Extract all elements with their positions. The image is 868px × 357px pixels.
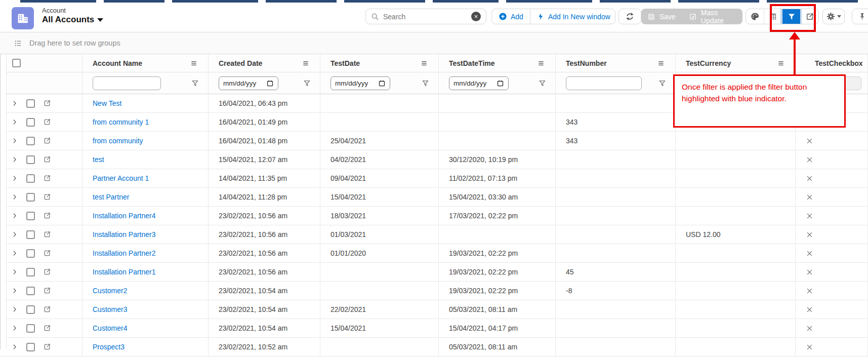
account-name-link[interactable]: Installation Partner3 bbox=[93, 230, 156, 239]
row-expand-button[interactable] bbox=[11, 325, 18, 332]
row-open-record-button[interactable] bbox=[43, 99, 51, 107]
row-checkbox[interactable] bbox=[26, 212, 35, 220]
floating-filter-button[interactable] bbox=[539, 80, 546, 87]
chevron-right-icon[interactable] bbox=[11, 268, 18, 275]
account-name-link[interactable]: from community bbox=[93, 137, 143, 145]
chevron-right-icon[interactable] bbox=[11, 193, 18, 201]
row-expand-button[interactable] bbox=[11, 343, 18, 350]
mass-update-button[interactable]: Mass Update bbox=[689, 9, 742, 25]
date-filter-input[interactable]: mm/dd/yyy bbox=[449, 76, 509, 90]
calendar-icon[interactable] bbox=[497, 80, 504, 87]
row-open-record-button[interactable] bbox=[43, 193, 51, 201]
column-menu-button[interactable] bbox=[302, 59, 310, 67]
chevron-right-icon[interactable] bbox=[11, 306, 18, 313]
external-link-icon[interactable] bbox=[43, 99, 51, 107]
row-expand-button[interactable] bbox=[11, 100, 18, 107]
funnel-outline-icon[interactable] bbox=[191, 80, 199, 87]
chevron-right-icon[interactable] bbox=[11, 118, 18, 126]
account-name-link[interactable]: from community 1 bbox=[93, 118, 149, 126]
hamburger-menu-icon[interactable] bbox=[190, 59, 198, 67]
column-menu-button[interactable] bbox=[537, 59, 545, 67]
row-checkbox[interactable] bbox=[26, 287, 35, 295]
calendar-icon[interactable] bbox=[378, 80, 386, 87]
column-header-test_checkbox[interactable]: TestCheckbox bbox=[796, 54, 868, 72]
funnel-outline-icon[interactable] bbox=[303, 80, 311, 87]
column-header-created_date[interactable]: Created Date bbox=[209, 54, 320, 72]
chevron-right-icon[interactable] bbox=[11, 212, 18, 219]
hamburger-menu-icon[interactable] bbox=[657, 59, 665, 67]
row-open-record-button[interactable] bbox=[43, 249, 51, 257]
chevron-right-icon[interactable] bbox=[11, 343, 18, 350]
hamburger-menu-icon[interactable] bbox=[537, 59, 545, 67]
row-checkbox[interactable] bbox=[26, 249, 35, 258]
external-link-icon[interactable] bbox=[43, 212, 51, 220]
settings-button[interactable] bbox=[822, 9, 845, 24]
row-open-record-button[interactable] bbox=[43, 212, 51, 220]
hamburger-menu-icon[interactable] bbox=[302, 59, 310, 67]
column-header-test_number[interactable]: TestNumber bbox=[556, 54, 676, 72]
row-open-record-button[interactable] bbox=[43, 118, 51, 126]
account-name-link[interactable]: Customer4 bbox=[93, 324, 127, 332]
filter-button[interactable] bbox=[782, 9, 800, 24]
hamburger-menu-icon[interactable] bbox=[777, 59, 785, 67]
row-checkbox[interactable] bbox=[26, 137, 35, 145]
external-link-icon[interactable] bbox=[43, 155, 51, 164]
row-checkbox[interactable] bbox=[26, 99, 35, 108]
column-menu-button[interactable] bbox=[420, 59, 428, 67]
save-button[interactable]: Save bbox=[647, 13, 676, 21]
funnel-outline-icon[interactable] bbox=[422, 80, 429, 87]
row-open-record-button[interactable] bbox=[43, 155, 51, 164]
column-menu-button[interactable] bbox=[777, 59, 785, 67]
select-all-checkbox[interactable] bbox=[12, 59, 21, 67]
external-link-icon[interactable] bbox=[43, 230, 51, 239]
refresh-button[interactable] bbox=[618, 9, 641, 24]
row-expand-button[interactable] bbox=[11, 287, 18, 294]
calendar-icon[interactable] bbox=[266, 80, 274, 87]
text-filter-input[interactable] bbox=[566, 76, 642, 90]
row-open-record-button[interactable] bbox=[43, 324, 51, 332]
clear-search-icon[interactable]: × bbox=[471, 12, 481, 21]
row-open-record-button[interactable] bbox=[43, 230, 51, 239]
column-menu-button[interactable] bbox=[657, 59, 665, 67]
add-button[interactable]: Add bbox=[492, 9, 530, 24]
row-expand-button[interactable] bbox=[11, 231, 18, 238]
row-expand-button[interactable] bbox=[11, 268, 18, 275]
chevron-right-icon[interactable] bbox=[11, 137, 18, 144]
text-filter-input[interactable] bbox=[93, 76, 161, 90]
chevron-right-icon[interactable] bbox=[11, 156, 18, 163]
row-checkbox[interactable] bbox=[26, 174, 35, 183]
row-checkbox[interactable] bbox=[26, 305, 35, 314]
floating-filter-button[interactable] bbox=[303, 80, 311, 87]
date-filter-input[interactable]: mm/dd/yyy bbox=[330, 76, 390, 90]
external-link-icon[interactable] bbox=[43, 193, 51, 201]
funnel-outline-icon[interactable] bbox=[539, 80, 546, 87]
row-expand-button[interactable] bbox=[11, 193, 18, 201]
external-link-icon[interactable] bbox=[43, 249, 51, 257]
row-expand-button[interactable] bbox=[11, 175, 18, 182]
row-open-record-button[interactable] bbox=[43, 305, 51, 313]
chevron-right-icon[interactable] bbox=[11, 325, 18, 332]
row-expand-button[interactable] bbox=[11, 250, 18, 257]
account-name-link[interactable]: test bbox=[93, 155, 104, 164]
row-open-record-button[interactable] bbox=[43, 343, 51, 351]
theme-button[interactable] bbox=[746, 9, 764, 24]
chevron-right-icon[interactable] bbox=[11, 231, 18, 238]
chevron-right-icon[interactable] bbox=[11, 100, 18, 107]
account-name-link[interactable]: New Test bbox=[93, 99, 121, 107]
row-checkbox[interactable] bbox=[26, 155, 35, 164]
row-checkbox[interactable] bbox=[26, 230, 35, 239]
column-header-test_datetime[interactable]: TestDateTime bbox=[439, 54, 556, 72]
account-name-link[interactable]: test Partner bbox=[93, 193, 129, 201]
row-checkbox[interactable] bbox=[26, 324, 35, 333]
row-expand-button[interactable] bbox=[11, 137, 18, 144]
account-name-link[interactable]: Customer3 bbox=[93, 305, 127, 313]
external-link-icon[interactable] bbox=[43, 137, 51, 145]
open-new-window-button[interactable] bbox=[800, 9, 818, 24]
external-link-icon[interactable] bbox=[43, 118, 51, 126]
account-name-link[interactable]: Installation Partner4 bbox=[93, 212, 156, 220]
row-expand-button[interactable] bbox=[11, 118, 18, 126]
floating-filter-button[interactable] bbox=[422, 80, 429, 87]
row-checkbox[interactable] bbox=[26, 193, 35, 202]
date-filter-input[interactable]: mm/dd/yyy bbox=[219, 76, 278, 90]
row-expand-button[interactable] bbox=[11, 156, 18, 163]
